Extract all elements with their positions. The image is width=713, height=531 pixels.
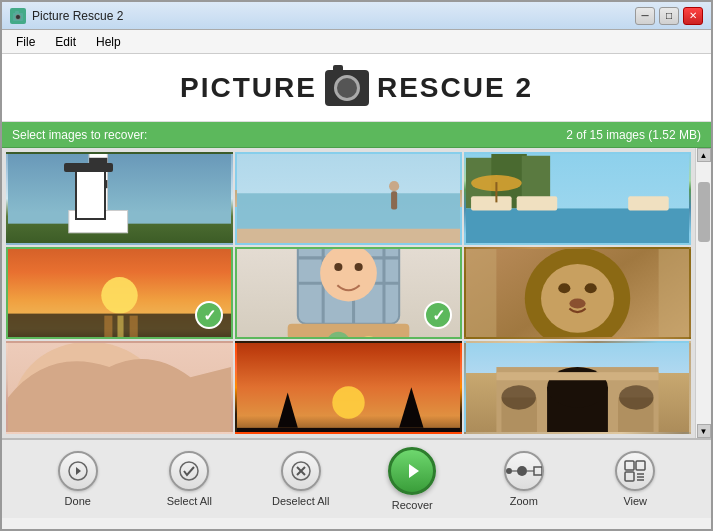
- svg-point-55: [332, 387, 364, 419]
- svg-rect-41: [288, 323, 410, 337]
- svg-rect-19: [466, 208, 689, 242]
- svg-rect-8: [89, 180, 107, 188]
- svg-point-13: [389, 181, 399, 191]
- main-content: ✓: [2, 148, 711, 438]
- recover-icon: [388, 447, 436, 495]
- svg-rect-51: [659, 249, 689, 338]
- image-cell-9[interactable]: [464, 341, 691, 434]
- done-label: Done: [65, 495, 91, 507]
- svg-marker-74: [409, 464, 419, 478]
- scroll-down[interactable]: ▼: [697, 424, 711, 438]
- svg-point-49: [569, 298, 585, 308]
- svg-rect-20: [471, 196, 512, 210]
- image-cell-5[interactable]: ✓: [235, 247, 462, 340]
- window-icon: [10, 8, 26, 24]
- image-cell-8[interactable]: [235, 341, 462, 434]
- svg-point-64: [501, 386, 535, 410]
- scroll-up[interactable]: ▲: [697, 148, 711, 162]
- svg-rect-9: [69, 210, 128, 232]
- svg-rect-21: [517, 196, 558, 210]
- view-icon: [615, 451, 655, 491]
- window-controls: ─ □ ✕: [635, 7, 703, 25]
- svg-rect-28: [104, 315, 112, 337]
- logo-text-right: RESCUE 2: [377, 72, 533, 104]
- logo-text-left: PICTURE: [180, 72, 317, 104]
- maximize-button[interactable]: □: [659, 7, 679, 25]
- svg-rect-5: [89, 154, 107, 219]
- menu-file[interactable]: File: [6, 33, 45, 51]
- view-label: View: [623, 495, 647, 507]
- svg-rect-56: [237, 428, 460, 432]
- image-cell-3[interactable]: [464, 152, 691, 245]
- zoom-label: Zoom: [510, 495, 538, 507]
- svg-rect-7: [89, 158, 107, 166]
- svg-point-2: [16, 14, 21, 19]
- scroll-thumb[interactable]: [698, 182, 710, 242]
- svg-rect-14: [391, 191, 397, 209]
- svg-marker-69: [76, 467, 81, 475]
- svg-rect-50: [466, 249, 496, 338]
- done-icon: [58, 451, 98, 491]
- image-grid: ✓: [2, 148, 695, 438]
- camera-icon: [325, 70, 369, 106]
- svg-rect-82: [625, 472, 634, 481]
- toolbar: Done Select All Deselect All Recover: [2, 438, 711, 518]
- svg-point-40: [355, 263, 363, 271]
- svg-rect-11: [237, 193, 460, 234]
- image-cell-7[interactable]: [6, 341, 233, 434]
- svg-rect-1: [15, 11, 19, 14]
- deselect-all-icon: [281, 451, 321, 491]
- recover-label: Recover: [392, 499, 433, 511]
- svg-point-48: [585, 283, 597, 293]
- select-all-button[interactable]: Select All: [159, 451, 219, 507]
- svg-rect-22: [628, 196, 669, 210]
- close-button[interactable]: ✕: [683, 7, 703, 25]
- image-cell-6[interactable]: [464, 247, 691, 340]
- svg-rect-12: [237, 229, 460, 243]
- svg-point-66: [619, 386, 653, 410]
- image-cell-2[interactable]: [235, 152, 462, 245]
- svg-point-77: [517, 466, 527, 476]
- svg-rect-30: [130, 315, 138, 337]
- menu-edit[interactable]: Edit: [45, 33, 86, 51]
- svg-point-26: [101, 277, 137, 313]
- window-title: Picture Rescue 2: [32, 9, 635, 23]
- done-button[interactable]: Done: [48, 451, 108, 507]
- title-bar: Picture Rescue 2 ─ □ ✕: [2, 2, 711, 30]
- svg-point-39: [334, 263, 342, 271]
- app-header: PICTURE RESCUE 2: [2, 54, 711, 122]
- svg-rect-79: [534, 467, 542, 475]
- image-cell-4[interactable]: ✓: [6, 247, 233, 340]
- svg-point-46: [541, 264, 614, 333]
- svg-point-70: [180, 462, 198, 480]
- status-right: 2 of 15 images (1.52 MB): [566, 128, 701, 142]
- minimize-button[interactable]: ─: [635, 7, 655, 25]
- svg-point-75: [506, 468, 512, 474]
- select-all-label: Select All: [167, 495, 212, 507]
- svg-rect-29: [117, 315, 123, 337]
- scrollbar[interactable]: ▲ ▼: [695, 148, 711, 438]
- app-logo: PICTURE RESCUE 2: [180, 70, 533, 106]
- svg-rect-67: [496, 372, 658, 380]
- zoom-button[interactable]: Zoom: [494, 451, 554, 507]
- deselect-all-label: Deselect All: [272, 495, 329, 507]
- status-bar: Select images to recover: 2 of 15 images…: [2, 122, 711, 148]
- menu-help[interactable]: Help: [86, 33, 131, 51]
- svg-rect-80: [625, 461, 634, 470]
- view-button[interactable]: View: [605, 451, 665, 507]
- svg-rect-81: [636, 461, 645, 470]
- recover-button[interactable]: Recover: [382, 447, 442, 511]
- select-all-icon: [169, 451, 209, 491]
- status-left: Select images to recover:: [12, 128, 147, 142]
- deselect-all-button[interactable]: Deselect All: [271, 451, 331, 507]
- image-cell-1[interactable]: [6, 152, 233, 245]
- zoom-icon: [504, 451, 544, 491]
- svg-rect-24: [495, 182, 497, 202]
- svg-point-47: [558, 283, 570, 293]
- menu-bar: File Edit Help: [2, 30, 711, 54]
